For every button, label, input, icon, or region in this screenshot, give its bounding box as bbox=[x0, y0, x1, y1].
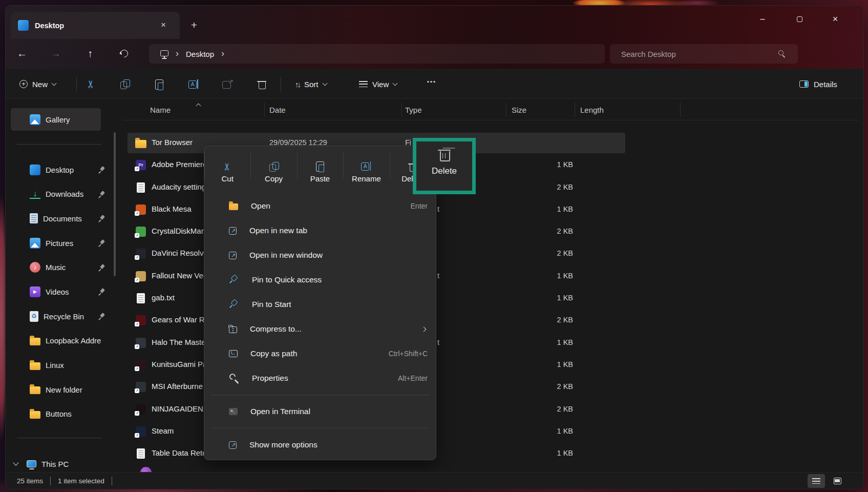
context-menu-item[interactable]: Open in new tab bbox=[204, 218, 436, 243]
file-name: Table Data Rete bbox=[152, 448, 207, 457]
quick-action-button[interactable]: Paste bbox=[297, 146, 343, 186]
file-icon: Pr bbox=[135, 159, 146, 171]
submenu-chevron-icon bbox=[421, 326, 427, 332]
file-size: 2 KB bbox=[517, 405, 573, 413]
desktop-folder-icon bbox=[18, 20, 29, 31]
column-header-name[interactable]: Name bbox=[150, 106, 171, 114]
file-icon bbox=[135, 315, 146, 326]
column-header-length[interactable]: Length bbox=[580, 106, 604, 114]
new-tab-button[interactable]: + bbox=[186, 17, 202, 33]
column-header-date[interactable]: Date bbox=[269, 106, 286, 114]
paste-button[interactable] bbox=[150, 74, 169, 94]
see-more-button[interactable]: … bbox=[421, 74, 441, 94]
search-input[interactable] bbox=[621, 50, 765, 58]
quick-action-button[interactable]: Copy bbox=[250, 146, 297, 186]
file-name: gab.txt bbox=[152, 293, 175, 302]
sidebar-item[interactable]: New folder bbox=[11, 378, 112, 401]
sidebar-item[interactable]: ♪ Music bbox=[11, 256, 112, 279]
close-button[interactable]: × bbox=[823, 9, 847, 29]
breadcrumb[interactable]: › Desktop › bbox=[149, 44, 605, 64]
context-menu-item[interactable]: Copy as path Ctrl+Shift+C bbox=[204, 341, 436, 366]
up-button[interactable]: ↑ bbox=[80, 43, 100, 64]
file-name: Adobe Premiere bbox=[152, 160, 207, 169]
sidebar-divider bbox=[17, 438, 101, 438]
details-pane-button[interactable]: Details bbox=[794, 75, 842, 93]
sidebar-item[interactable]: ▶ Videos bbox=[11, 280, 112, 303]
cut-button[interactable]: ✂ bbox=[81, 74, 100, 94]
context-menu-items: Open Enter Open in new tab bbox=[204, 186, 436, 457]
file-size: 1 KB bbox=[517, 294, 573, 302]
trash-icon bbox=[256, 78, 268, 90]
sidebar-item[interactable]: Buttons bbox=[11, 403, 112, 425]
column-header-type[interactable]: Type bbox=[405, 106, 422, 114]
file-size: 2 KB bbox=[517, 227, 573, 235]
sort-button[interactable]: ↑↓ Sort bbox=[290, 75, 332, 93]
quick-action-button[interactable]: ✂ Cut bbox=[204, 146, 250, 186]
context-menu-item[interactable]: Pin to Start bbox=[204, 292, 436, 317]
file-name: Gears of War Re bbox=[152, 315, 209, 324]
this-pc-icon bbox=[27, 460, 36, 467]
details-view-toggle[interactable] bbox=[808, 474, 825, 488]
breadcrumb-item-desktop[interactable]: Desktop bbox=[186, 50, 214, 58]
chevron-down-icon[interactable] bbox=[13, 460, 18, 465]
column-header-size[interactable]: Size bbox=[512, 106, 526, 114]
sidebar-scrollbar[interactable] bbox=[114, 132, 116, 276]
menu-item-icon bbox=[229, 408, 238, 415]
search-box[interactable] bbox=[610, 44, 798, 64]
copy-button[interactable] bbox=[115, 74, 135, 94]
sidebar-nav: Desktop ↓ Downloads Documents Pictures ♪… bbox=[11, 158, 112, 427]
file-size: 2 KB bbox=[517, 316, 573, 324]
pin-icon bbox=[98, 215, 105, 222]
context-menu-item[interactable]: Compress to... bbox=[204, 317, 436, 341]
refresh-icon bbox=[118, 48, 129, 58]
delete-button[interactable] bbox=[252, 74, 271, 94]
file-name: Steam bbox=[152, 426, 174, 435]
refresh-button[interactable] bbox=[114, 43, 134, 64]
view-icon bbox=[359, 81, 368, 88]
minimize-button[interactable]: – bbox=[751, 9, 774, 29]
sidebar-item-gallery[interactable]: Gallery bbox=[11, 108, 101, 131]
sidebar-item[interactable]: ♻ Recycle Bin bbox=[11, 305, 112, 327]
menu-item-icon bbox=[229, 227, 237, 235]
sidebar-item[interactable]: Desktop bbox=[11, 158, 112, 181]
sidebar-item-icon: ♪ bbox=[30, 262, 40, 273]
forward-button[interactable]: → bbox=[46, 43, 66, 64]
toolbar-divider bbox=[281, 77, 281, 91]
context-menu-item[interactable]: Show more options bbox=[204, 433, 436, 457]
context-menu-item[interactable]: Open Enter bbox=[204, 194, 436, 218]
new-button[interactable]: + New bbox=[13, 75, 62, 93]
menu-divider bbox=[204, 391, 436, 399]
file-size: 1 KB bbox=[517, 205, 573, 213]
context-menu-item[interactable]: Properties Alt+Enter bbox=[204, 366, 436, 391]
sidebar-item[interactable]: ↓ Downloads bbox=[11, 183, 112, 206]
tab-close-icon[interactable]: × bbox=[156, 18, 171, 32]
sidebar-item[interactable]: Linux bbox=[11, 354, 112, 377]
search-icon bbox=[778, 50, 784, 55]
share-button[interactable] bbox=[218, 74, 237, 94]
context-menu-item[interactable]: Pin to Quick access bbox=[204, 268, 436, 292]
quick-action-button[interactable]: Rename bbox=[343, 146, 389, 186]
share-icon bbox=[221, 78, 234, 90]
context-menu-item[interactable]: Open in Terminal bbox=[204, 399, 436, 424]
context-menu-item[interactable]: Open in new window bbox=[204, 243, 436, 268]
file-name: CrystalDiskMark bbox=[152, 227, 207, 235]
file-type-tail: t bbox=[437, 272, 439, 280]
file-name: Fallout New Veg bbox=[152, 271, 207, 280]
sidebar-item-icon bbox=[30, 386, 40, 394]
large-thumbnails-view-toggle[interactable] bbox=[829, 474, 846, 488]
sidebar-item-icon bbox=[30, 165, 40, 175]
back-button[interactable]: ← bbox=[12, 43, 32, 64]
items-count: 25 items bbox=[17, 477, 43, 485]
maximize-button[interactable] bbox=[788, 9, 811, 29]
tab-desktop[interactable]: Desktop × bbox=[11, 12, 180, 39]
sidebar-item[interactable]: Loopback Addre bbox=[11, 330, 112, 352]
rename-button[interactable] bbox=[184, 74, 203, 94]
file-name: Black Mesa bbox=[152, 204, 192, 213]
view-button[interactable]: View bbox=[354, 75, 402, 93]
sort-icon: ↑↓ bbox=[295, 80, 300, 89]
sidebar-item-this-pc[interactable]: This PC bbox=[11, 457, 69, 471]
file-size: 1 KB bbox=[517, 272, 573, 280]
delete-highlight-annotation[interactable]: Delete bbox=[413, 138, 476, 194]
sidebar-item[interactable]: Pictures bbox=[11, 232, 112, 254]
sidebar-item[interactable]: Documents bbox=[11, 207, 112, 230]
